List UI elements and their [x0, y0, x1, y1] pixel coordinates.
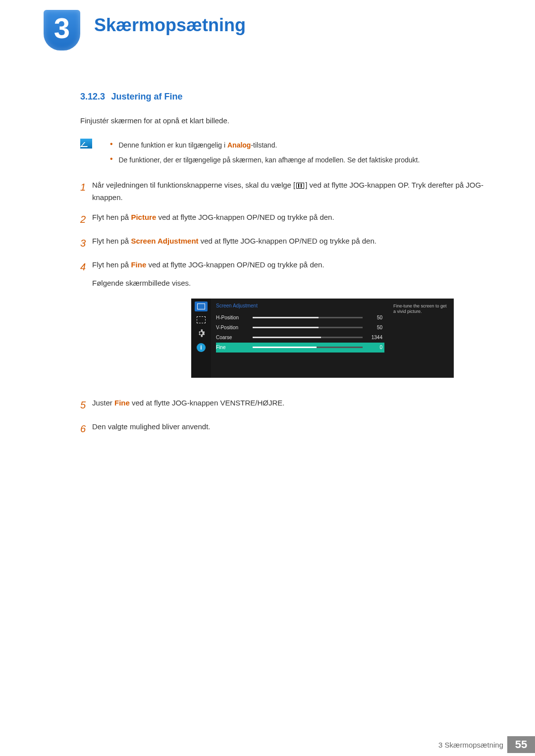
- note-icon: [80, 139, 92, 149]
- step: 2 Flyt hen på Picture ved at flytte JOG-…: [80, 211, 485, 228]
- osd-row: H-Position 50: [216, 313, 384, 323]
- osd-value: 50: [363, 313, 384, 322]
- note-text: -tilstand.: [251, 141, 277, 149]
- step-text: Flyt hen på Fine ved at flytte JOG-knapp…: [92, 258, 485, 390]
- section-heading: 3.12.3 Justering af Fine: [80, 92, 485, 102]
- step: 6 Den valgte mulighed bliver anvendt.: [80, 420, 485, 437]
- note-item: • Denne funktion er kun tilgængelig i An…: [110, 138, 420, 152]
- step-text: Flyt hen på Screen Adjustment ved at fly…: [92, 235, 485, 252]
- osd-label: Fine: [216, 343, 253, 352]
- step-number: 6: [80, 420, 92, 437]
- highlight-term: Screen Adjustment: [131, 237, 198, 245]
- step: 1 Når vejledningen til funktionsknappern…: [80, 179, 485, 204]
- osd-value: 50: [363, 323, 384, 332]
- footer-chapter-ref: 3 Skærmopsætning: [438, 741, 503, 749]
- step-number: 3: [80, 235, 92, 252]
- step-number: 4: [80, 258, 92, 390]
- osd-value: 0: [363, 343, 384, 352]
- step: 4 Flyt hen på Fine ved at flytte JOG-kna…: [80, 258, 485, 390]
- step-number: 1: [80, 179, 92, 204]
- note-text: De funktioner, der er tilgængelige på sk…: [119, 156, 420, 164]
- bullet-icon: •: [110, 140, 113, 148]
- frame-icon: [197, 316, 206, 323]
- osd-slider: [253, 327, 363, 328]
- osd-panel: Screen Adjustment H-Position 50 V-Positi…: [211, 299, 389, 378]
- note-text: Denne funktion er kun tilgængelig i: [119, 141, 227, 149]
- step-text: Juster Fine ved at flytte JOG-knappen VE…: [92, 397, 485, 413]
- osd-slider: [253, 317, 363, 318]
- monitor-icon: [195, 302, 208, 311]
- step-text: Når vejledningen til funktionsknapperne …: [92, 179, 485, 204]
- info-icon: i: [197, 343, 206, 352]
- osd-title: Screen Adjustment: [216, 302, 384, 310]
- menu-icon: [296, 183, 304, 189]
- osd-label: Coarse: [216, 333, 253, 342]
- osd-slider: [253, 347, 363, 348]
- highlight-term: Fine: [114, 399, 130, 407]
- section-title: Justering af Fine: [111, 92, 183, 101]
- page-footer: 3 Skærmopsætning 55: [438, 736, 535, 753]
- step: 3 Flyt hen på Screen Adjustment ved at f…: [80, 235, 485, 252]
- highlight-term: Analog: [227, 141, 251, 149]
- section-number: 3.12.3: [80, 92, 105, 101]
- page-number: 55: [507, 736, 535, 753]
- step-number: 2: [80, 211, 92, 228]
- note-block: • Denne funktion er kun tilgængelig i An…: [80, 138, 485, 168]
- step-text: Den valgte mulighed bliver anvendt.: [92, 420, 485, 437]
- osd-slider: [253, 337, 363, 338]
- osd-label: H-Position: [216, 313, 253, 322]
- step: 5 Juster Fine ved at flytte JOG-knappen …: [80, 397, 485, 413]
- osd-tab-strip: i: [191, 299, 211, 378]
- gear-icon: [195, 328, 208, 338]
- osd-row: V-Position 50: [216, 323, 384, 333]
- chapter-title: Skærmopsætning: [94, 15, 246, 36]
- osd-description: Fine-tune the screen to get a vivid pict…: [389, 299, 454, 378]
- highlight-term: Fine: [131, 260, 146, 269]
- osd-row-active: Fine 0: [216, 343, 384, 353]
- chapter-number-badge: 3: [44, 10, 80, 50]
- osd-value: 1344: [363, 333, 384, 342]
- step-text: Flyt hen på Picture ved at flytte JOG-kn…: [92, 211, 485, 228]
- section-intro: Finjustér skærmen for at opnå et klart b…: [80, 115, 485, 127]
- osd-label: V-Position: [216, 323, 253, 332]
- step-number: 5: [80, 397, 92, 413]
- osd-row: Coarse 1344: [216, 333, 384, 343]
- bullet-icon: •: [110, 154, 113, 163]
- highlight-term: Picture: [131, 213, 156, 221]
- osd-screenshot: i Screen Adjustment H-Position 50 V-Posi…: [191, 299, 454, 378]
- note-item: • De funktioner, der er tilgængelige på …: [110, 152, 420, 167]
